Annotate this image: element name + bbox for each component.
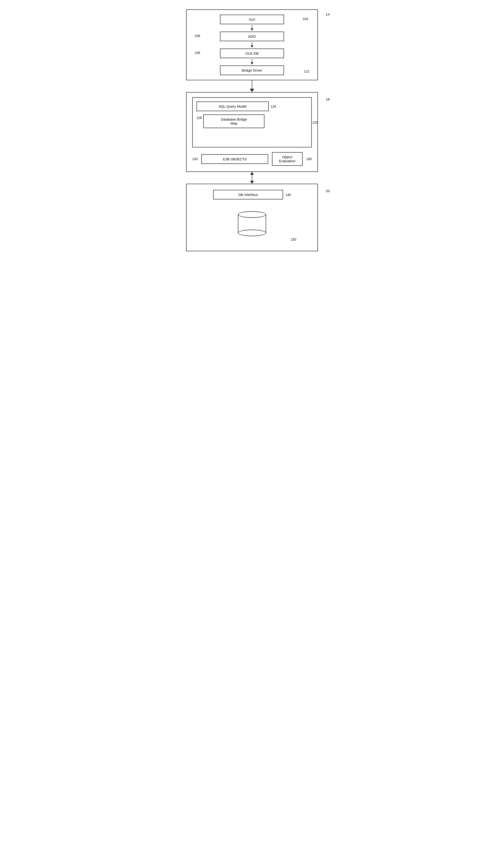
object-evaluators-box: Object Evaluators (272, 152, 303, 166)
box-14-outer: 14 GUI 104 106 ADO (186, 10, 318, 80)
sql-query-model-box: SQL Query Model (196, 102, 269, 111)
cylinder-bottom (238, 230, 266, 236)
arrow-line (252, 42, 252, 46)
gui-box: GUI (220, 15, 284, 24)
gui-row: GUI 104 (194, 15, 310, 24)
cylinder-top (238, 211, 266, 218)
db-interface-box: DB Interface (213, 190, 283, 199)
bridge-driver-box: Bridge Driver (220, 66, 284, 75)
box-120-inner: 120 SQL Query Model 124 128 Database Bri… (192, 97, 312, 147)
arrow-bot-head (250, 181, 254, 184)
ref-130: 130 (192, 157, 198, 161)
arrow-top-head (250, 172, 254, 175)
oledb-box: OLE-DB (220, 49, 284, 58)
ref-108: 108 (195, 51, 200, 55)
arrow-14-to-18 (250, 80, 254, 92)
arrow-gui-ado (251, 25, 253, 31)
oledb-row: 108 OLE-DB (194, 49, 310, 58)
sql-row: SQL Query Model 124 (196, 102, 308, 111)
arrow-head (250, 89, 254, 92)
bidir-arrow-18-20 (250, 172, 254, 184)
box-20-outer: 20 DB Interface 140 150 (186, 184, 318, 251)
arrow-head (251, 29, 253, 31)
db-bridge-row: 128 Database Bridge Map (196, 115, 308, 128)
arrow-line (252, 25, 252, 29)
database-cylinder-container: 150 (194, 207, 310, 241)
ado-row: 106 ADO (194, 32, 310, 41)
box-18-outer: 18 120 SQL Query Model 124 128 Database … (186, 92, 318, 172)
arrow-oledb-bridge (251, 59, 253, 65)
db-bridge-map-box: Database Bridge Map (203, 115, 265, 128)
arrow-shaft (252, 80, 252, 89)
box-14-inner-column: GUI 104 106 ADO 108 (194, 15, 310, 75)
arrow-head (251, 46, 253, 48)
ref-140: 140 (285, 193, 291, 197)
database-cylinder (238, 211, 266, 233)
bottom-row-18: 130 EJB OBJECTS Object Evaluators 160 (192, 152, 312, 166)
db-interface-row: DB Interface 140 (194, 190, 310, 199)
ref-106: 106 (195, 34, 200, 38)
ref-120: 120 (312, 121, 318, 124)
bridge-driver-row: Bridge Driver 112 (194, 66, 310, 75)
ref-150: 150 (291, 238, 296, 241)
ado-box: ADO (220, 32, 284, 41)
arrow-line (252, 175, 252, 181)
ref-18: 18 (326, 97, 330, 101)
ejb-objects-box: EJB OBJECTS (201, 154, 268, 164)
ref-104: 104 (303, 17, 308, 21)
diagram-container: 14 GUI 104 106 ADO (186, 10, 318, 251)
ref-128: 128 (196, 116, 202, 120)
ref-14: 14 (326, 12, 330, 16)
ref-112: 112 (304, 69, 309, 73)
spacer (196, 128, 308, 142)
ref-20: 20 (326, 189, 330, 193)
arrow-line (252, 59, 252, 63)
ref-160: 160 (306, 157, 312, 161)
arrow-head (251, 63, 253, 65)
arrow-ado-oledb (251, 42, 253, 48)
ref-124: 124 (271, 105, 276, 108)
